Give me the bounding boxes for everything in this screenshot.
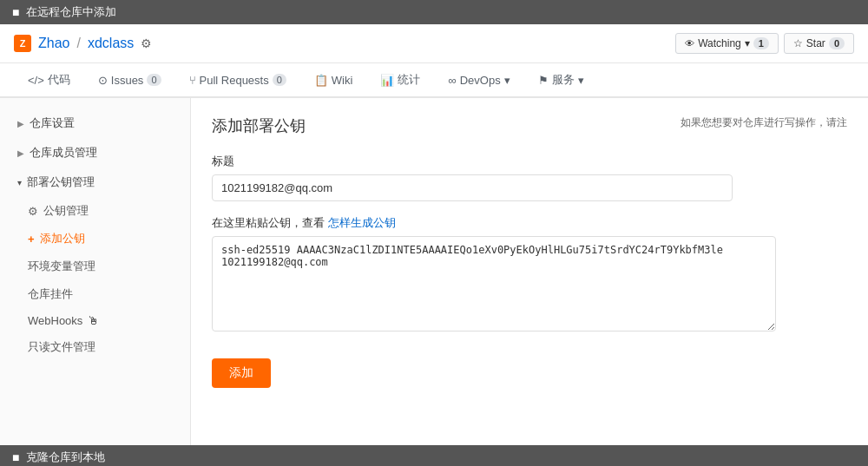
submit-button[interactable]: 添加 <box>212 358 271 388</box>
arrow-down-icon: ▾ <box>17 178 22 187</box>
star-button[interactable]: Star 0 <box>784 33 854 54</box>
eye-icon <box>685 37 694 49</box>
arrow-icon: ▶ <box>17 119 24 128</box>
watch-count: 1 <box>753 37 769 49</box>
sidebar-item-add-key[interactable]: + 添加公钥 <box>0 225 190 253</box>
sidebar-label-env: 环境变量管理 <box>28 259 95 274</box>
star-label: Star <box>806 37 825 49</box>
star-count: 0 <box>829 37 845 49</box>
sidebar-label-webhooks: WebHooks <box>28 314 82 327</box>
services-icon: ⚑ <box>538 74 549 87</box>
pr-icon: ⑂ <box>189 74 196 87</box>
tab-devops-label: DevOps <box>460 74 501 87</box>
tab-wiki-label: Wiki <box>332 74 353 87</box>
tab-services[interactable]: ⚑ 服务 ▾ <box>524 63 598 98</box>
star-icon <box>793 37 803 49</box>
repo-name[interactable]: xdclass <box>88 36 134 51</box>
repo-title-group: Z Zhao / xdclass ⚙ <box>14 35 152 52</box>
sidebar-item-webhooks[interactable]: WebHooks 🖱 <box>0 308 190 333</box>
pr-badge: 0 <box>273 74 286 86</box>
remote-section-header: ■ 在远程仓库中添加 <box>0 0 868 24</box>
remote-section-label: 在远程仓库中添加 <box>26 4 116 20</box>
sidebar-item-readonly-files[interactable]: 只读文件管理 <box>0 333 190 361</box>
page-title: 添加部署公钥 <box>212 115 306 136</box>
devops-icon: ∞ <box>448 74 456 87</box>
repo-header: Z Zhao / xdclass ⚙ Watching ▾ 1 Star 0 <box>0 24 868 63</box>
clone-bullet-icon: ■ <box>12 450 19 464</box>
repo-separator: / <box>76 36 80 51</box>
content-title-row: 添加部署公钥 如果您想要对仓库进行写操作，请注 <box>212 115 847 136</box>
clone-section-header: ■ 克隆仓库到本地 <box>0 445 868 466</box>
nav-tabs: </> 代码 ⊙ Issues 0 ⑂ Pull Requests 0 📋 Wi… <box>0 63 868 98</box>
content-notice: 如果您想要对仓库进行写操作，请注 <box>681 115 847 130</box>
sidebar-label-repo-settings: 仓库设置 <box>30 115 75 131</box>
code-icon: </> <box>28 74 44 87</box>
tab-wiki[interactable]: 📋 Wiki <box>300 63 367 98</box>
sidebar-item-repo-settings[interactable]: ▶ 仓库设置 <box>0 108 190 138</box>
tab-pr-label: Pull Requests <box>200 74 269 87</box>
tab-devops[interactable]: ∞ DevOps ▾ <box>434 63 523 98</box>
bullet-icon: ■ <box>12 5 19 19</box>
sidebar-label-member-mgmt: 仓库成员管理 <box>30 145 97 161</box>
clone-section-label: 克隆仓库到本地 <box>26 450 105 465</box>
tab-issues-label: Issues <box>111 74 144 87</box>
sidebar-label-add-key: 添加公钥 <box>40 231 85 246</box>
pubkey-textarea[interactable] <box>212 236 776 331</box>
title-input[interactable] <box>212 174 733 201</box>
tab-code-label: 代码 <box>48 72 70 88</box>
tab-stats[interactable]: 📊 统计 <box>366 63 434 98</box>
repo-owner[interactable]: Zhao <box>38 36 69 51</box>
title-field-group: 标题 <box>212 154 847 201</box>
sidebar-item-env-management[interactable]: 环境变量管理 <box>0 253 190 280</box>
sidebar: ▶ 仓库设置 ▶ 仓库成员管理 ▾ 部署公钥管理 ⚙ 公钥管理 + 添加公钥 环… <box>0 98 191 445</box>
pubkey-prompt: 在这里粘贴公钥，查看 <box>212 216 325 229</box>
plus-icon: + <box>28 233 35 246</box>
repo-icon: Z <box>14 35 31 52</box>
sidebar-item-member-management[interactable]: ▶ 仓库成员管理 <box>0 138 190 167</box>
arrow-icon: ▶ <box>17 148 24 158</box>
tab-services-label: 服务 <box>552 72 575 88</box>
sidebar-label-key-mgmt: 公钥管理 <box>43 203 89 219</box>
gear-icon: ⚙ <box>28 205 38 218</box>
stats-icon: 📊 <box>380 74 394 87</box>
issues-badge: 0 <box>147 74 161 86</box>
title-label: 标题 <box>212 154 847 169</box>
pubkey-link[interactable]: 怎样生成公钥 <box>328 216 396 229</box>
tab-issues[interactable]: ⊙ Issues 0 <box>84 63 175 98</box>
tab-code[interactable]: </> 代码 <box>14 63 84 98</box>
sidebar-item-repo-hooks[interactable]: 仓库挂件 <box>0 280 190 308</box>
main-layout: ▶ 仓库设置 ▶ 仓库成员管理 ▾ 部署公钥管理 ⚙ 公钥管理 + 添加公钥 环… <box>0 98 868 445</box>
cursor-indicator: 🖱 <box>88 314 99 327</box>
tab-pull-requests[interactable]: ⑂ Pull Requests 0 <box>175 63 300 98</box>
issues-icon: ⊙ <box>98 74 108 87</box>
pubkey-label-row: 在这里粘贴公钥，查看 怎样生成公钥 <box>212 215 847 231</box>
clone-section: ■ 克隆仓库到本地 git clone git@gitee.com:wen_zh… <box>0 445 868 466</box>
tab-stats-label: 统计 <box>398 72 420 88</box>
content-area: 添加部署公钥 如果您想要对仓库进行写操作，请注 标题 在这里粘贴公钥，查看 怎样… <box>191 98 868 445</box>
sidebar-label-readonly: 只读文件管理 <box>28 339 95 355</box>
sidebar-label-deploy-keys: 部署公钥管理 <box>27 174 95 190</box>
settings-icon[interactable]: ⚙ <box>141 36 152 50</box>
sidebar-label-hooks: 仓库挂件 <box>28 286 73 302</box>
sidebar-item-key-management[interactable]: ⚙ 公钥管理 <box>0 197 190 225</box>
pubkey-field-group: 在这里粘贴公钥，查看 怎样生成公钥 <box>212 215 847 334</box>
wiki-icon: 📋 <box>314 74 328 87</box>
watch-button[interactable]: Watching ▾ 1 <box>675 33 779 54</box>
header-actions: Watching ▾ 1 Star 0 <box>675 33 854 54</box>
sidebar-section-deploy-keys[interactable]: ▾ 部署公钥管理 <box>0 167 190 197</box>
watch-label: Watching <box>698 37 741 49</box>
